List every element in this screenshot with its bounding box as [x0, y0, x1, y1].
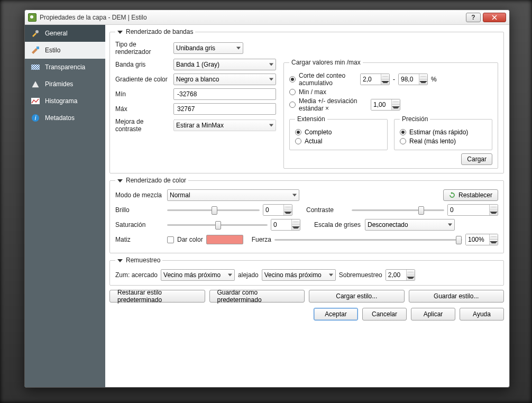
- save-as-default-button[interactable]: Guardar como predeterminado: [209, 290, 305, 303]
- contrast2-label: Contraste: [306, 206, 348, 214]
- chevron-down-icon: [292, 194, 297, 197]
- help-button[interactable]: [466, 13, 481, 22]
- group-band-rendering: Renderizado de bandas Tipo de renderizad…: [109, 28, 504, 173]
- window-title: Propiedades de la capa - DEM | Estilo: [40, 14, 147, 21]
- group-legend[interactable]: Remuestreo: [115, 257, 162, 264]
- colorize-color[interactable]: [206, 235, 243, 244]
- chevron-down-icon: [117, 179, 123, 182]
- radio-extent-full[interactable]: Completo: [295, 129, 382, 136]
- brightness-slider[interactable]: [167, 205, 260, 215]
- strength-spin[interactable]: [465, 234, 498, 245]
- cumulative-lo-spin[interactable]: [360, 74, 390, 85]
- app-icon: [28, 13, 36, 22]
- hue-label: Matiz: [115, 236, 164, 243]
- sidebar-item-label: Estilo: [45, 47, 60, 54]
- sidebar-item-estilo[interactable]: Estilo: [25, 42, 105, 59]
- grayscale-combo[interactable]: Desconectado: [365, 219, 455, 231]
- sidebar-item-general[interactable]: General: [25, 25, 105, 42]
- radio-stddev[interactable]: Media +/- desviación estándar ×: [289, 97, 492, 112]
- strength-slider[interactable]: [274, 235, 462, 244]
- max-input[interactable]: [173, 103, 276, 115]
- restore-default-style-button[interactable]: Restaurar estilo predeterminado: [109, 290, 205, 303]
- blend-mode-combo[interactable]: Normal: [167, 189, 299, 201]
- load-style-button[interactable]: Cargar estilo...: [309, 290, 405, 303]
- saturation-label: Saturación: [115, 221, 164, 228]
- load-button[interactable]: Cargar: [461, 153, 492, 165]
- radio-icon: [289, 102, 296, 108]
- pyramid-icon: [30, 80, 41, 88]
- group-precision: Precisión Estimar (más rápido) Real (más…: [394, 115, 492, 150]
- radio-extent-current[interactable]: Actual: [295, 138, 382, 145]
- gray-band-combo[interactable]: Banda 1 (Gray): [173, 59, 276, 70]
- histogram-icon: [30, 97, 41, 105]
- radio-icon: [289, 89, 296, 95]
- strength-label: Fuerza: [252, 236, 271, 243]
- apply-button[interactable]: Aplicar: [411, 308, 455, 320]
- help-action-button[interactable]: Ayuda: [460, 308, 504, 320]
- info-icon: i: [30, 114, 41, 122]
- stddev-spin[interactable]: [371, 99, 400, 111]
- brightness-spin[interactable]: [263, 204, 292, 216]
- gradient-combo[interactable]: Negro a blanco: [173, 74, 276, 85]
- sidebar-item-piramides[interactable]: Pirámides: [25, 76, 105, 93]
- ok-button[interactable]: Aceptar: [314, 308, 358, 320]
- sidebar-item-metadatos[interactable]: i Metadatos: [25, 109, 105, 126]
- sidebar-item-label: Pirámides: [45, 80, 73, 88]
- group-legend[interactable]: Renderizado de bandas: [115, 28, 195, 35]
- save-style-button[interactable]: Guardar estilo...: [409, 290, 505, 303]
- group-extent: Extensión Completo Actual: [289, 115, 388, 150]
- min-input[interactable]: [173, 88, 276, 100]
- contrast-spin[interactable]: [447, 204, 498, 216]
- group-legend[interactable]: Renderizado de color: [115, 177, 188, 184]
- zoom-out-combo[interactable]: Vecino más próximo: [262, 269, 336, 281]
- oversample-spin[interactable]: [386, 269, 415, 281]
- chevron-down-icon: [236, 47, 241, 50]
- transparency-icon: [30, 63, 41, 71]
- blend-mode-label: Modo de mezcla: [115, 191, 164, 199]
- content-pane: Renderizado de bandas Tipo de renderizad…: [105, 25, 509, 387]
- chevron-down-icon: [117, 31, 123, 34]
- zoom-in-combo[interactable]: Vecino más próximo: [161, 269, 235, 281]
- brightness-label: Brillo: [115, 206, 164, 214]
- contrast-label: Mejora de contraste: [115, 118, 170, 133]
- min-label: Mín: [115, 90, 170, 98]
- sidebar-item-histograma[interactable]: Histograma: [25, 93, 105, 109]
- group-resampling: Remuestreo Zum: acercado Vecino más próx…: [109, 257, 504, 286]
- contrast-combo[interactable]: Estirar a MinMax: [173, 120, 276, 131]
- sidebar: General Estilo Transparencia Pirámides H…: [25, 25, 105, 387]
- group-legend: Cargar valores min /max: [289, 59, 363, 66]
- svg-point-0: [35, 30, 39, 33]
- renderer-type-label: Tipo de renderizador: [115, 41, 170, 56]
- sidebar-item-transparencia[interactable]: Transparencia: [25, 59, 105, 76]
- dialog-window: Propiedades de la capa - DEM | Estilo Ge…: [24, 10, 510, 388]
- radio-minmax[interactable]: Min / max: [289, 88, 492, 96]
- saturation-spin[interactable]: [271, 219, 300, 231]
- chevron-down-icon: [117, 259, 123, 262]
- chevron-down-icon: [269, 124, 273, 127]
- reset-button[interactable]: Restablecer: [443, 189, 498, 201]
- gray-band-label: Banda gris: [115, 61, 170, 68]
- radio-cumulative[interactable]: Corte del conteo acumulativo - %: [289, 72, 492, 87]
- cancel-button[interactable]: Cancelar: [362, 308, 407, 320]
- cumulative-hi-spin[interactable]: [398, 74, 428, 85]
- contrast-slider[interactable]: [352, 205, 444, 215]
- brush-icon: [30, 46, 41, 54]
- group-color-rendering: Renderizado de color Modo de mezcla Norm…: [109, 177, 504, 253]
- zoom-out-label: alejado: [238, 271, 259, 279]
- renderer-type-combo[interactable]: Unibanda gris: [173, 42, 243, 54]
- chevron-down-icon: [228, 274, 232, 277]
- saturation-slider[interactable]: [167, 220, 268, 230]
- chevron-down-icon: [329, 274, 333, 277]
- chevron-down-icon: [448, 224, 452, 226]
- sidebar-item-label: Metadatos: [45, 114, 75, 122]
- svg-rect-1: [36, 47, 39, 49]
- titlebar[interactable]: Propiedades de la capa - DEM | Estilo: [25, 10, 509, 25]
- colorize-checkbox[interactable]: [167, 236, 174, 243]
- close-button[interactable]: [483, 13, 506, 22]
- radio-precision-real[interactable]: Real (más lento): [400, 138, 487, 145]
- radio-precision-estimate[interactable]: Estimar (más rápido): [400, 129, 487, 136]
- oversample-label: Sobremuestreo: [339, 271, 382, 279]
- zoom-in-label: Zum: acercado: [115, 271, 158, 279]
- svg-text:i: i: [35, 114, 36, 122]
- gradient-label: Gradiente de color: [115, 76, 170, 83]
